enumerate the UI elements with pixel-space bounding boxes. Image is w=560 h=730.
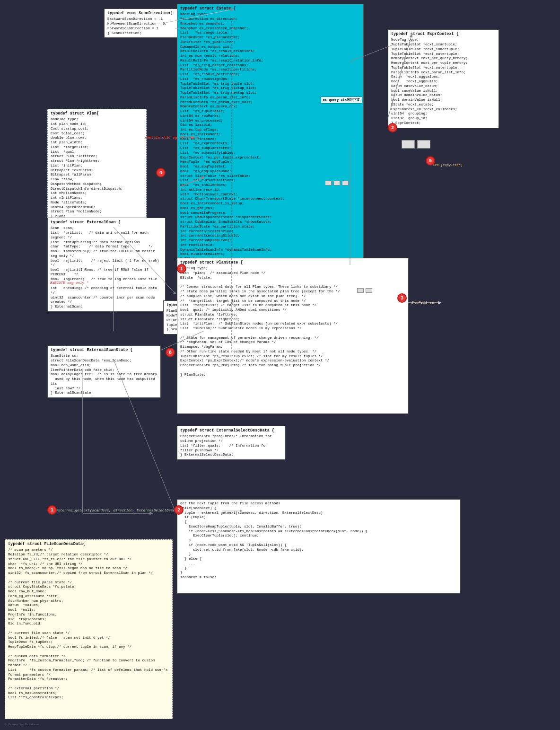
indicator-box-3 [342,181,349,185]
create-label: Cre…(copy/ctor) [433,163,463,167]
indicator-box-2 [333,181,340,185]
plan-node: typedef struct Plan{ NodeTag type; int p… [47,109,147,221]
plan-state-content: NodeTag type; Plan *plan; /* associated … [180,266,405,377]
ext-fill-ser-label: ExtFill_ser [411,300,437,305]
circle-6: 6 [166,348,175,357]
expr-context-node: typedef struct ExprContext { NodeTag typ… [388,29,499,128]
main-canvas: typedef enum ScanDirection{ BackwardScan… [0,0,560,730]
file-scan-desc-title: typedef struct FileScanDescData{ [8,542,169,547]
external-scan-node: typedef struct ExternalScan { Scan scan;… [47,218,166,312]
scan-direction-content: BackwardScanDirection = -1 NoMovementSca… [107,17,176,35]
external-select-desc-node: typedef struct ExternalSelectDescData { … [177,426,286,460]
plan-title: typedef struct Plan{ [51,111,143,116]
code-block-content: get the next tuple from the file access … [180,501,457,580]
plan-state-title: typedef struct PlanState { [180,260,405,265]
circle-2-bottom: 2 [174,505,184,515]
watermark: © Greenplum Database [5,723,39,726]
circle-1-planstate: 1 [177,264,186,273]
expr-context-content: NodeTag type; TupleTableSlot *ecxt_scant… [391,38,496,125]
circle-1-bottom: 1 [47,505,57,515]
circle-5: 5 [426,156,435,166]
external-scan-state-node: typedef struct ExternalScanState { ScanS… [47,345,161,398]
external-select-desc-content: ProjectionInfo *projInfo;/* Information … [180,434,282,457]
file-scan-desc-content: /* scan parameters */ Relation fs_rd;/* … [8,548,169,700]
estate-title: typedef struct EState { [180,6,360,11]
external-scan-state-title: typedef struct ExternalScanState { [51,348,158,353]
circle-3: 3 [397,293,407,303]
external-scan-content: Scan scan; List *uriList; /* data uri or… [51,226,162,309]
ps-box-1 [357,288,364,293]
circle-2-top: 2 [388,123,397,132]
scan-direction-node: typedef enum ScanDirection{ BackwardScan… [104,9,180,38]
box-r2 [417,140,430,149]
estate-node: typedef struct EState { NodeTag type; Sc… [177,4,364,264]
es-query-ctx-annotation: es_query_ctx的问下文 [321,97,362,104]
estate-content: NodeTag type; ScanDirection es_direction… [180,12,360,262]
plan-content: NodeTag type; int plan_node_id; Cost sta… [51,117,143,219]
external-scan-title: typedef struct ExternalScan { [51,220,162,225]
scan-direction-title: typedef enum ScanDirection{ [107,11,176,16]
expr-context-title: typedef struct ExprContext { [391,32,496,37]
file-scan-desc-node: typedef struct FileScanDescData{ /* scan… [5,539,173,719]
external-select-desc-title: typedef struct ExternalSelectDescData { [180,428,282,433]
execute-seg-annotation: EXECUTE seg only " [50,281,88,285]
box-r1 [402,140,415,149]
plan-state-node: typedef struct PlanState { NodeTag type;… [177,258,409,414]
contain-ctid-annotation: contain_ctid vg_reference [145,135,198,140]
external-scan-state-content: ScanState ss; struct FileScanDescData *e… [51,354,158,396]
indicator-box-1 [325,181,332,185]
circle-4: 4 [156,168,166,177]
code-block-node: get the next tuple from the file access … [177,499,461,594]
external-getnext-annotation: external_getnext(scandesc, direction, Ex… [56,509,177,512]
ps-box-2 [366,288,372,293]
